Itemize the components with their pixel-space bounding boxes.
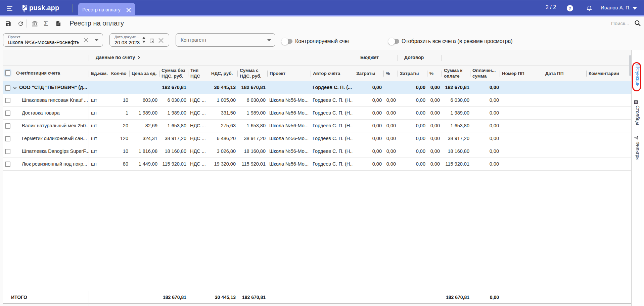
svg-text:?: ? <box>568 6 571 11</box>
